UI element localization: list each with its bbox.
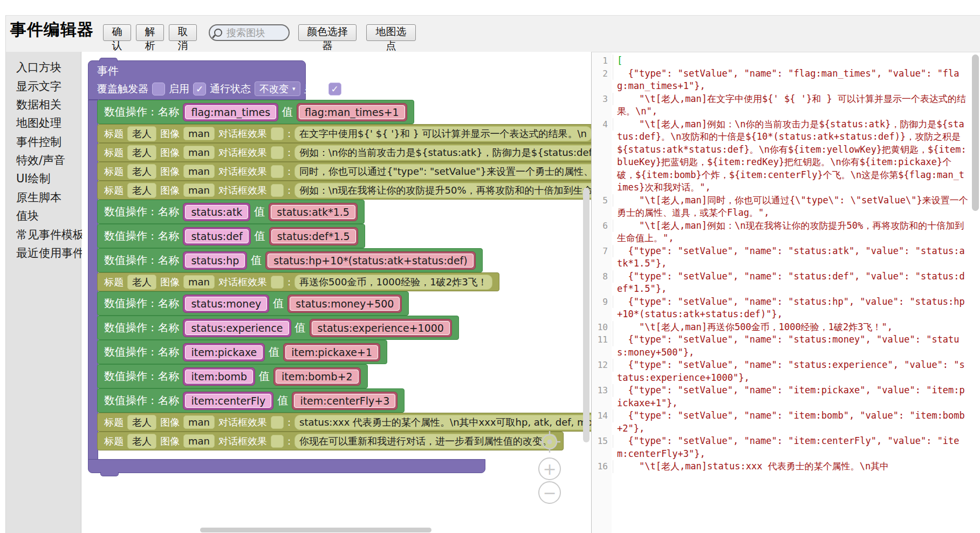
blockly-workspace[interactable]: 事件 覆盖触发器✓启用✓通行状态不改变▾显伤✓ 数值操作 : 名称flag:ma… [82, 52, 591, 533]
text-chip[interactable]: status:xxx 代表勇士的某个属性。\n其中xxx可取hp, atk, d… [294, 415, 591, 430]
value-chip[interactable]: status:def*1.5 [269, 227, 358, 245]
setvalue-block[interactable]: 数值操作 : 名称flag:man_times值flag:man_times+1 [97, 100, 414, 124]
line-text: {"type": "setValue", "name": "item:cente… [613, 435, 968, 460]
zoom-reset-button[interactable] [538, 430, 561, 455]
dialog-text-block[interactable]: 标题老人图像man对话框效果:再送你500金币，1000经验，1破2炸3飞！ [97, 272, 499, 291]
sidebar-item-原生脚本[interactable]: 原生脚本 [6, 188, 81, 207]
title-chip[interactable]: 老人 [127, 126, 156, 141]
name-chip[interactable]: status:atk [183, 203, 250, 221]
image-chip[interactable]: man [183, 183, 215, 197]
text-chip[interactable]: 再送你500金币，1000经验，1破2炸3飞！ [294, 275, 492, 290]
line-text: "\t[老人,man]再送你500金币，1000经验，1破2炸3飞！", [613, 321, 968, 334]
confirm-button[interactable]: 确认 [103, 24, 131, 41]
sidebar-item-最近使用事件[interactable]: 最近使用事件 [6, 244, 81, 262]
value-chip[interactable]: item:bomb+2 [273, 367, 361, 386]
title-chip[interactable]: 老人 [127, 434, 156, 449]
dialog-text-block[interactable]: 标题老人图像man对话框效果:在文字中使用${' ${ '}和 } 可以计算并显… [97, 124, 591, 143]
checkbox-checked[interactable]: ✓ [328, 83, 341, 95]
zoom-in-button[interactable]: + [538, 457, 561, 480]
sidebar-item-常见事件模板[interactable]: 常见事件模板 [6, 225, 81, 243]
value-chip[interactable]: item:pickaxe+1 [283, 343, 380, 361]
value-chip[interactable]: flag:man_times+1 [297, 103, 407, 121]
name-chip[interactable]: item:bomb [183, 367, 255, 386]
name-chip[interactable]: status:hp [183, 251, 247, 270]
sidebar-item-值块[interactable]: 值块 [6, 207, 81, 225]
block-label: 值 [254, 204, 265, 219]
value-chip[interactable]: status:atk*1.5 [269, 203, 358, 221]
sidebar-item-事件控制[interactable]: 事件控制 [6, 133, 81, 151]
text-chip[interactable]: 例如：\n现在我将让你的攻防提升50%，再将攻防和的十倍加到生命值上。 [294, 183, 591, 198]
dialog-text-block[interactable]: 标题老人图像man对话框效果:status:xxx 代表勇士的某个属性。\n其中… [97, 413, 591, 432]
sidebar-item-特效/声音[interactable]: 特效/声音 [6, 151, 81, 169]
image-chip[interactable]: man [183, 275, 215, 289]
search-input[interactable] [225, 26, 287, 39]
parse-button[interactable]: 解析 [136, 24, 164, 41]
color-picker-button[interactable]: 颜色选择器 [298, 24, 357, 41]
text-chip[interactable]: 同时，你也可以通过{"type": "setValue"}来设置一个勇士的属性、… [294, 164, 591, 179]
value-chip[interactable]: status:hp+10*(status:atk+status:def) [265, 251, 475, 270]
page-title: 事件编辑器 [10, 19, 94, 41]
name-chip[interactable]: item:centerFly [183, 392, 273, 410]
block-label: 值 [259, 369, 270, 384]
name-chip[interactable]: status:def [183, 227, 250, 245]
sidebar-item-数据相关[interactable]: 数据相关 [6, 95, 81, 114]
text-chip[interactable]: 例如：\n你的当前攻击力是${status:atk}，防御力是${status:… [294, 145, 591, 160]
name-chip[interactable]: status:experience [183, 319, 291, 337]
cancel-button[interactable]: 取消 [169, 24, 197, 41]
sidebar-item-地图处理[interactable]: 地图处理 [6, 114, 81, 132]
value-chip[interactable]: status:money+500 [287, 295, 402, 313]
checkbox-checked[interactable]: ✓ [193, 83, 206, 95]
name-chip[interactable]: status:money [183, 295, 269, 313]
search-icon [214, 29, 222, 37]
effect-chip[interactable] [271, 165, 284, 178]
dialog-text-block[interactable]: 标题老人图像man对话框效果:同时，你也可以通过{"type": "setVal… [97, 162, 591, 181]
effect-chip[interactable] [271, 146, 284, 159]
title-chip[interactable]: 老人 [127, 145, 156, 160]
name-chip[interactable]: flag:man_times [183, 103, 278, 121]
line-number: 15 [592, 435, 613, 448]
effect-chip[interactable] [271, 416, 284, 429]
workspace-horizontal-scrollbar[interactable] [200, 528, 431, 532]
passability-dropdown[interactable]: 不改变▾ [255, 81, 300, 96]
title-chip[interactable]: 老人 [127, 275, 156, 290]
effect-chip[interactable] [271, 184, 284, 197]
text-chip[interactable]: 你现在可以重新和我进行对话，进一步看到属性值的改变。 [294, 434, 557, 449]
setvalue-block[interactable]: 数值操作 : 名称status:hp值status:hp+10*(status:… [97, 248, 483, 272]
value-chip[interactable]: item:centerFly+3 [292, 392, 398, 410]
event-block-header[interactable]: 事件 覆盖触发器✓启用✓通行状态不改变▾显伤✓ [88, 60, 306, 100]
text-chip[interactable]: 在文字中使用${' ${ '}和 } 可以计算并显示一个表达式的结果。\n [294, 126, 591, 141]
setvalue-block[interactable]: 数值操作 : 名称status:def值status:def*1.5 [97, 224, 365, 248]
effect-chip[interactable] [271, 276, 284, 289]
value-chip[interactable]: status:experience+1000 [310, 319, 452, 337]
sidebar-item-入口方块[interactable]: 入口方块 [6, 58, 81, 77]
effect-chip[interactable] [271, 435, 284, 448]
image-chip[interactable]: man [183, 165, 215, 178]
title-chip[interactable]: 老人 [127, 415, 156, 430]
workspace-vertical-scrollbar[interactable] [583, 188, 590, 442]
image-chip[interactable]: man [183, 146, 215, 159]
checkbox-unchecked[interactable]: ✓ [152, 83, 165, 95]
dialog-text-block[interactable]: 标题老人图像man对话框效果:例如：\n现在我将让你的攻防提升50%，再将攻防和… [97, 181, 591, 200]
setvalue-block[interactable]: 数值操作 : 名称status:experience值status:experi… [97, 316, 459, 340]
image-chip[interactable]: man [183, 434, 215, 448]
image-chip[interactable]: man [183, 415, 215, 429]
setvalue-block[interactable]: 数值操作 : 名称item:centerFly值item:centerFly+3 [97, 388, 405, 413]
setvalue-block[interactable]: 数值操作 : 名称item:pickaxe值item:pickaxe+1 [97, 340, 387, 364]
sidebar-item-UI绘制[interactable]: UI绘制 [6, 169, 81, 188]
chevron-down-icon: ▾ [292, 85, 296, 92]
image-chip[interactable]: man [183, 127, 215, 140]
sidebar-item-显示文字[interactable]: 显示文字 [6, 77, 81, 95]
setvalue-block[interactable]: 数值操作 : 名称item:bomb值item:bomb+2 [97, 364, 368, 388]
name-chip[interactable]: item:pickaxe [183, 343, 265, 361]
dialog-text-block[interactable]: 标题老人图像man对话框效果:你现在可以重新和我进行对话，进一步看到属性值的改变… [97, 432, 564, 450]
title-chip[interactable]: 老人 [127, 164, 156, 179]
map-pick-button[interactable]: 地图选点 [366, 24, 416, 41]
code-editor[interactable]: 1[2 {"type": "setValue", "name": "flag:m… [591, 52, 980, 533]
setvalue-block[interactable]: 数值操作 : 名称status:money值status:money+500 [97, 291, 409, 316]
code-scrollbar[interactable] [972, 54, 979, 211]
dialog-text-block[interactable]: 标题老人图像man对话框效果:例如：\n你的当前攻击力是${status:atk… [97, 143, 591, 162]
effect-chip[interactable] [271, 127, 284, 140]
zoom-out-button[interactable]: − [538, 481, 561, 504]
title-chip[interactable]: 老人 [127, 183, 156, 198]
setvalue-block[interactable]: 数值操作 : 名称status:atk值status:atk*1.5 [97, 200, 365, 224]
